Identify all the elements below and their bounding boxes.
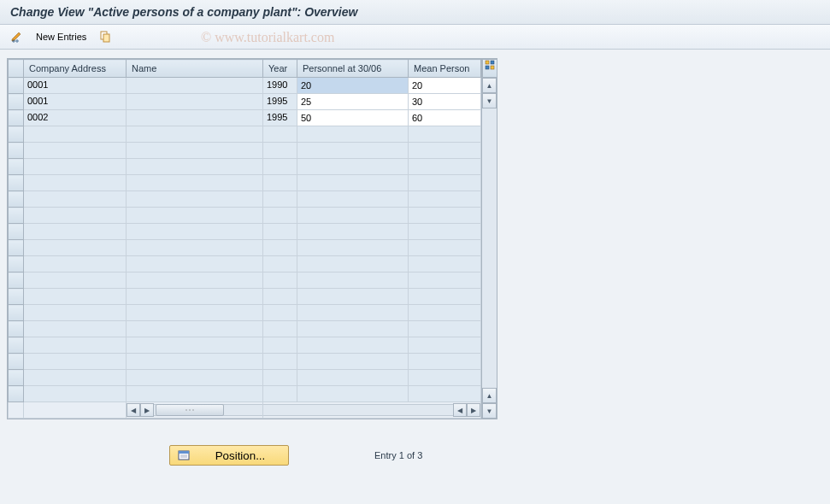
cell-year[interactable] — [263, 273, 297, 288]
cell-company[interactable]: 0001 — [24, 78, 126, 93]
row-selector[interactable] — [9, 94, 24, 110]
cell-company[interactable] — [24, 143, 126, 158]
cell-mean[interactable] — [409, 143, 480, 158]
cell-mean[interactable] — [409, 273, 480, 288]
cell-name[interactable] — [127, 224, 262, 239]
cell-company[interactable] — [24, 208, 126, 223]
cell-mean-input[interactable] — [409, 110, 480, 126]
cell-mean-input[interactable] — [409, 78, 480, 93]
cell-mean[interactable] — [409, 256, 480, 272]
hscroll-track-right[interactable] — [263, 404, 453, 416]
cell-company[interactable] — [24, 321, 126, 337]
cell-year[interactable]: 1995 — [263, 110, 297, 126]
cell-year[interactable] — [263, 337, 297, 353]
cell-mean-input[interactable] — [409, 94, 480, 109]
cell-personnel[interactable] — [297, 159, 408, 174]
col-header-company[interactable]: Company Address — [24, 60, 127, 78]
cell-name[interactable] — [127, 256, 262, 272]
scroll-down2-button[interactable]: ▼ — [482, 403, 497, 419]
row-selector[interactable] — [9, 321, 24, 337]
cell-company[interactable] — [24, 289, 126, 304]
hscroll-right-button[interactable]: ▶ — [140, 403, 154, 417]
row-selector[interactable] — [9, 386, 24, 402]
cell-name[interactable] — [127, 305, 262, 320]
cell-year[interactable] — [263, 126, 297, 142]
cell-personnel-input[interactable] — [297, 110, 408, 126]
cell-year[interactable] — [263, 143, 297, 158]
cell-company[interactable] — [24, 175, 126, 190]
cell-company[interactable] — [24, 370, 126, 385]
cell-mean[interactable] — [409, 354, 480, 369]
cell-year[interactable] — [263, 224, 297, 239]
toggle-button[interactable] — [7, 28, 27, 45]
cell-personnel[interactable] — [297, 337, 408, 353]
cell-mean[interactable] — [409, 191, 480, 207]
cell-personnel[interactable] — [297, 386, 408, 401]
row-selector[interactable] — [9, 240, 24, 256]
cell-personnel[interactable] — [297, 143, 408, 158]
cell-personnel[interactable] — [297, 273, 408, 288]
cell-mean[interactable] — [409, 126, 480, 142]
cell-name[interactable] — [127, 175, 262, 190]
cell-year[interactable] — [263, 305, 297, 320]
hscroll-left2-button[interactable]: ◀ — [453, 403, 467, 417]
cell-personnel[interactable] — [297, 191, 408, 207]
row-selector[interactable] — [9, 208, 24, 224]
row-selector[interactable] — [9, 191, 24, 208]
scroll-track[interactable] — [482, 108, 497, 388]
cell-year[interactable] — [263, 386, 297, 401]
cell-personnel[interactable] — [297, 256, 408, 272]
cell-year[interactable] — [263, 321, 297, 337]
row-selector[interactable] — [9, 175, 24, 191]
cell-company[interactable] — [24, 191, 126, 207]
cell-personnel[interactable] — [297, 175, 408, 190]
cell-year[interactable]: 1995 — [263, 94, 297, 109]
cell-personnel[interactable] — [297, 321, 408, 337]
cell-name[interactable] — [127, 386, 262, 401]
hscroll-right2-button[interactable]: ▶ — [467, 403, 480, 417]
row-selector[interactable] — [9, 354, 24, 370]
cell-name[interactable] — [127, 208, 262, 223]
cell-name[interactable] — [127, 337, 262, 353]
new-entries-button[interactable]: New Entries — [32, 30, 90, 44]
cell-year[interactable] — [263, 175, 297, 190]
hscroll-left-button[interactable]: ◀ — [127, 403, 140, 417]
cell-name[interactable] — [127, 273, 262, 288]
cell-year[interactable] — [263, 208, 297, 223]
cell-name[interactable] — [127, 143, 262, 158]
scroll-down-button[interactable]: ▼ — [482, 93, 497, 108]
hscroll-track[interactable] — [154, 404, 262, 416]
cell-mean[interactable] — [409, 208, 480, 223]
cell-mean[interactable] — [409, 305, 480, 320]
row-selector[interactable] — [9, 143, 24, 159]
cell-personnel[interactable] — [297, 289, 408, 304]
row-selector[interactable] — [9, 224, 24, 240]
cell-company[interactable] — [24, 273, 126, 288]
hscroll-thumb[interactable] — [156, 404, 224, 416]
cell-company[interactable] — [24, 386, 126, 401]
cell-mean[interactable] — [409, 289, 480, 304]
table-config-button[interactable] — [482, 59, 497, 78]
cell-personnel[interactable] — [297, 126, 408, 142]
row-selector[interactable] — [9, 273, 24, 289]
cell-name[interactable] — [127, 321, 262, 337]
cell-company[interactable] — [24, 240, 126, 255]
cell-mean[interactable] — [409, 240, 480, 255]
cell-name[interactable] — [127, 370, 262, 385]
cell-company[interactable] — [24, 337, 126, 353]
cell-company[interactable] — [24, 159, 126, 174]
cell-company[interactable] — [24, 224, 126, 239]
cell-company[interactable] — [24, 256, 126, 272]
col-header-year[interactable]: Year — [263, 60, 297, 78]
row-selector-header[interactable] — [9, 60, 24, 78]
cell-mean[interactable] — [409, 159, 480, 174]
col-header-personnel[interactable]: Personnel at 30/06 — [297, 60, 409, 78]
cell-year[interactable] — [263, 370, 297, 385]
cell-year[interactable] — [263, 354, 297, 369]
row-selector[interactable] — [9, 370, 24, 386]
cell-name[interactable] — [127, 191, 262, 207]
cell-year[interactable] — [263, 159, 297, 174]
cell-year[interactable]: 1990 — [263, 78, 297, 93]
cell-mean[interactable] — [409, 321, 480, 337]
cell-mean[interactable] — [409, 175, 480, 190]
